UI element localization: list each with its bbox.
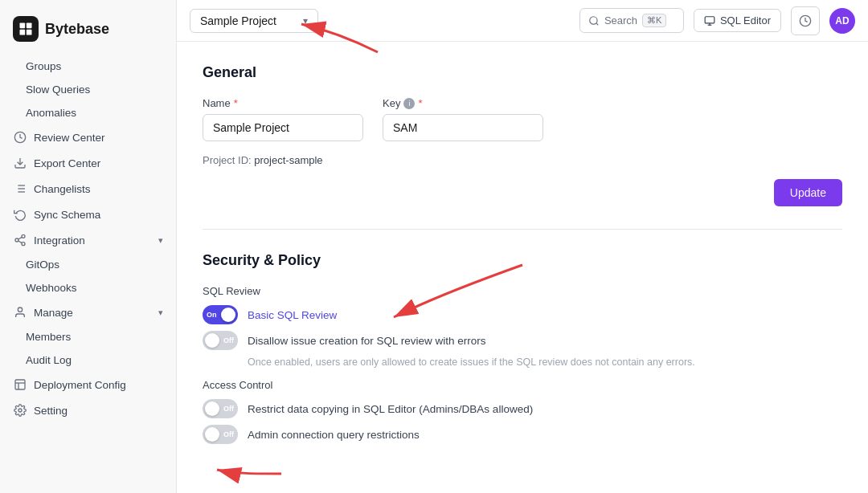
topbar-clock-button[interactable]	[791, 6, 820, 35]
sidebar-item-deployment-config[interactable]: Deployment Config	[0, 372, 176, 397]
sidebar-item-changelists[interactable]: Changelists	[0, 176, 176, 202]
restrict-copy-thumb	[205, 401, 219, 416]
sidebar-item-setting[interactable]: Setting	[0, 397, 176, 423]
sql-review-toggle[interactable]: On	[203, 305, 238, 324]
name-input[interactable]	[203, 114, 363, 141]
manage-icon	[13, 305, 27, 320]
sidebar: Bytebase Groups Slow Queries Anomalies R…	[0, 0, 177, 493]
svg-point-14	[22, 242, 25, 246]
deployment-config-icon	[13, 377, 27, 392]
update-button[interactable]: Update	[774, 179, 842, 206]
restrict-copy-toggle-row: Off Restrict data copying in SQL Editor …	[203, 399, 842, 418]
avatar[interactable]: AD	[829, 8, 855, 34]
sidebar-item-gitops[interactable]: GitOps	[0, 253, 176, 276]
svg-point-13	[15, 238, 18, 242]
setting-icon	[13, 403, 27, 418]
disallow-toggle[interactable]: Off	[203, 331, 238, 350]
search-box[interactable]: Search ⌘K	[579, 8, 684, 33]
integration-chevron: ▾	[158, 235, 163, 246]
general-form-row: Name * Key i *	[203, 97, 842, 141]
svg-line-16	[18, 237, 23, 239]
sidebar-item-anomalies[interactable]: Anomalies	[0, 101, 176, 124]
review-center-icon	[13, 130, 27, 145]
admin-connection-toggle[interactable]: Off	[203, 425, 238, 444]
disallow-toggle-thumb	[205, 333, 219, 348]
search-icon	[588, 15, 600, 26]
admin-connection-thumb	[205, 427, 219, 442]
sidebar-item-audit-log[interactable]: Audit Log	[0, 348, 176, 372]
admin-connection-label: Admin connection query restrictions	[248, 429, 420, 441]
svg-point-12	[22, 234, 25, 238]
disallow-toggle-row: Off Disallow issue creation for SQL revi…	[203, 331, 842, 350]
key-input[interactable]	[383, 114, 543, 141]
sql-review-group: SQL Review On Basic SQL Review	[203, 285, 842, 324]
sidebar-item-review-center[interactable]: Review Center	[0, 124, 176, 150]
project-id: Project ID: project-sample	[203, 154, 842, 166]
key-label: Key i *	[383, 97, 543, 109]
svg-rect-3	[27, 30, 32, 35]
sidebar-item-slow-queries[interactable]: Slow Queries	[0, 78, 176, 101]
integration-icon	[13, 233, 27, 247]
name-label: Name *	[203, 97, 363, 109]
security-section: Security & Policy SQL Review On Basic SQ…	[203, 252, 842, 444]
sidebar-item-webhooks[interactable]: Webhooks	[0, 276, 176, 299]
restrict-copy-label: Restrict data copying in SQL Editor (Adm…	[248, 403, 533, 415]
access-control-label: Access Control	[203, 379, 842, 391]
name-required: *	[234, 97, 238, 109]
sidebar-item-manage[interactable]: Manage ▾	[0, 299, 176, 325]
project-selector[interactable]: Sample Project ▾	[190, 9, 318, 33]
svg-point-22	[590, 16, 597, 23]
svg-point-21	[18, 409, 22, 412]
svg-point-17	[18, 308, 22, 312]
sidebar-item-members[interactable]: Members	[0, 325, 176, 348]
disallow-label: Disallow issue creation for SQL review w…	[248, 335, 486, 347]
project-selector-caret: ▾	[303, 15, 308, 26]
toggle-thumb	[221, 308, 235, 322]
sql-editor-button[interactable]: SQL Editor	[694, 9, 781, 32]
main-content: General Name * Key i *	[177, 42, 868, 493]
sync-schema-icon	[13, 207, 27, 222]
svg-line-15	[18, 241, 23, 243]
svg-rect-24	[705, 16, 714, 22]
key-form-group: Key i *	[383, 97, 543, 141]
key-required: *	[418, 97, 422, 109]
export-center-icon	[13, 156, 27, 170]
logo-icon	[13, 16, 39, 42]
access-control-group: Access Control Off Restrict data copying…	[203, 379, 842, 444]
topbar: Sample Project ▾ Search ⌘K SQL Editor AD	[177, 0, 868, 42]
svg-rect-2	[20, 30, 26, 35]
sidebar-item-groups[interactable]: Groups	[0, 55, 176, 78]
svg-line-23	[596, 22, 599, 25]
clock-icon	[799, 14, 812, 27]
name-form-group: Name *	[203, 97, 363, 141]
general-title: General	[203, 64, 842, 81]
key-info-icon[interactable]: i	[403, 98, 415, 109]
svg-rect-18	[15, 380, 25, 389]
manage-chevron: ▾	[158, 308, 163, 318]
svg-rect-1	[27, 23, 32, 29]
disallow-desc: Once enabled, users are only allowed to …	[248, 357, 842, 368]
svg-rect-0	[20, 23, 26, 29]
restrict-copy-toggle[interactable]: Off	[203, 399, 238, 418]
sidebar-item-export-center[interactable]: Export Center	[0, 150, 176, 176]
disallow-toggle-group: Off Disallow issue creation for SQL revi…	[203, 331, 842, 368]
general-section: General Name * Key i *	[203, 64, 842, 206]
security-title: Security & Policy	[203, 252, 842, 269]
sidebar-item-sync-schema[interactable]: Sync Schema	[0, 202, 176, 227]
update-btn-container: Update	[203, 179, 842, 206]
admin-connection-toggle-row: Off Admin connection query restrictions	[203, 425, 842, 444]
main-wrapper: Sample Project ▾ Search ⌘K SQL Editor AD…	[177, 0, 868, 493]
basic-sql-review-link[interactable]: Basic SQL Review	[248, 309, 337, 321]
search-kbd: ⌘K	[642, 14, 666, 27]
changelists-icon	[13, 181, 27, 196]
sql-review-toggle-row: On Basic SQL Review	[203, 305, 842, 324]
section-divider	[203, 229, 842, 230]
brand-logo: Bytebase	[0, 10, 176, 55]
sidebar-item-integration[interactable]: Integration ▾	[0, 227, 176, 253]
sql-editor-icon	[704, 15, 715, 26]
sql-review-label: SQL Review	[203, 285, 842, 297]
